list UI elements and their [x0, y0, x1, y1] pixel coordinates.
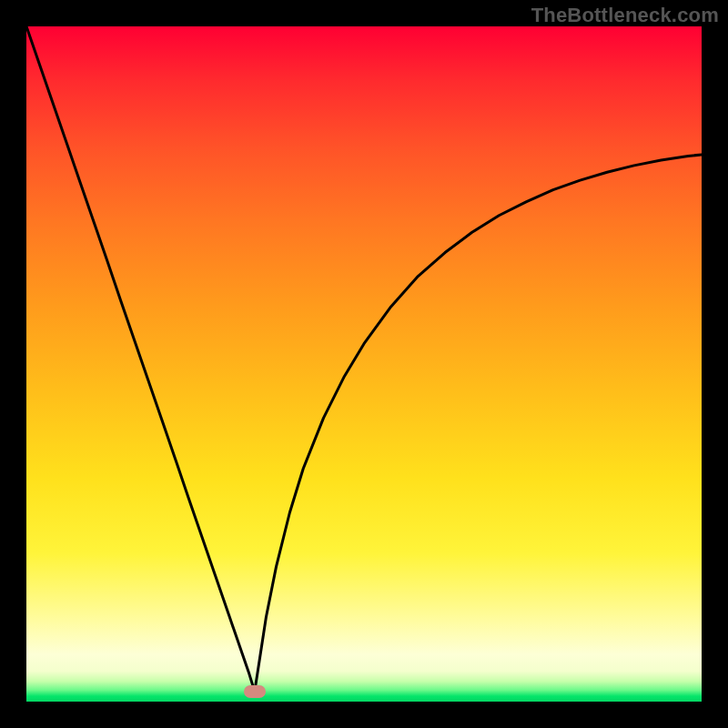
- watermark-text: TheBottleneck.com: [531, 4, 719, 27]
- left-branch-path: [26, 26, 255, 692]
- right-branch-path: [255, 155, 702, 692]
- curve-svg: [26, 26, 702, 702]
- cusp-marker: [244, 685, 266, 698]
- plot-area: [26, 26, 702, 702]
- chart-frame: TheBottleneck.com: [0, 0, 728, 728]
